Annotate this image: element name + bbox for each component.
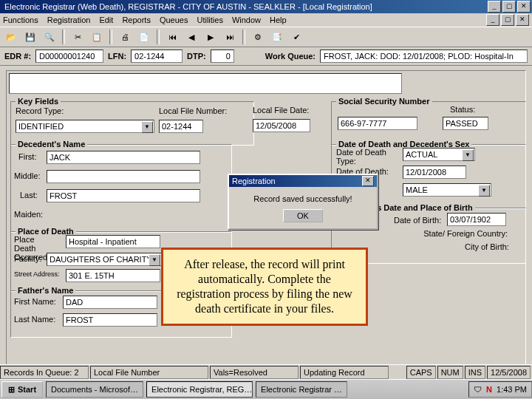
sex-select[interactable]: MALE	[403, 183, 491, 197]
lfn-field: 02-1244	[131, 50, 183, 63]
last-label: Last:	[20, 191, 38, 200]
father-first-input[interactable]: DAD	[63, 296, 157, 309]
start-label: Start	[18, 385, 36, 394]
dialog-close-button[interactable]: ✕	[362, 176, 374, 186]
legend-key: Key Fields	[16, 97, 61, 106]
edr-label: EDR #:	[4, 52, 31, 61]
lfn-label: LFN:	[108, 52, 126, 61]
father-last-input[interactable]: FROST	[63, 313, 157, 327]
status-ins: INS	[465, 366, 485, 379]
dod-input[interactable]: 12/01/2008	[403, 166, 466, 179]
first-icon[interactable]: ⏮	[164, 29, 180, 45]
statusbar: Records In Queue: 2 Local File Number Va…	[0, 364, 532, 380]
wq-label: Work Queue:	[265, 52, 316, 61]
legend-ssn: Social Security Number	[336, 97, 432, 106]
status-records: Records In Queue: 2	[0, 366, 89, 379]
pod-addr-label: Street Address:	[14, 270, 60, 278]
dialog-ok-button[interactable]: OK	[283, 209, 323, 222]
annotation-callout: After release, the record will print aut…	[161, 248, 368, 326]
start-button[interactable]: ⊞ Start	[1, 381, 43, 398]
window-title: Electronic Registrar (Web Death), REGIST…	[1, 2, 488, 11]
menu-edit[interactable]: Edit	[99, 16, 113, 24]
save-icon[interactable]: 💾	[22, 29, 38, 45]
menu-window[interactable]: Window	[232, 16, 261, 24]
menu-reports[interactable]: Reports	[122, 16, 151, 24]
check-icon[interactable]: ✔	[288, 29, 304, 45]
middle-input[interactable]	[47, 170, 200, 183]
rectype-label: Record Type:	[16, 106, 64, 115]
maximize-button[interactable]: ▢	[502, 1, 516, 13]
task-item[interactable]: Electronic Registrar …	[256, 381, 347, 398]
open-icon[interactable]: 📂	[3, 29, 19, 45]
fs-decedent-name: Decedent's Name First: JACK Middle: Last…	[10, 144, 232, 233]
localdate-input[interactable]: 12/05/2008	[253, 119, 310, 132]
menu-functions[interactable]: Functions	[3, 16, 38, 24]
menu-registration[interactable]: Registration	[47, 16, 91, 24]
state-label: State/ Foreign Country:	[419, 229, 508, 238]
fs-ssn: Social Security Number 666-97-7777 Statu…	[331, 101, 526, 146]
legend-father: Father's Name	[16, 286, 75, 295]
status-vals: Vals=Resolved	[210, 366, 299, 379]
find-icon[interactable]: 🔍	[41, 29, 58, 45]
status-lfn: Local File Number	[90, 366, 208, 379]
wq-field: FROST, JACK: DOD: 12/01/2008; PLOD: Hosp…	[320, 50, 528, 63]
tray-icon[interactable]: 🛡	[474, 385, 482, 394]
ssn-input[interactable]: 666-97-7777	[338, 117, 417, 130]
dtp-field: 0	[211, 50, 234, 63]
pod-addr-input[interactable]: 301 E. 15TH	[66, 269, 160, 282]
report-icon[interactable]: 📑	[269, 29, 285, 45]
first-input[interactable]: JACK	[47, 151, 200, 164]
dob-input[interactable]: 03/07/1902	[447, 213, 506, 226]
legend-name: Decedent's Name	[16, 140, 87, 149]
fs-key-fields: Key Fields Record Type: IDENTIFIED Local…	[10, 101, 254, 146]
task-item[interactable]: Electronic Registrar, REG…	[146, 381, 253, 398]
mdi-close-button[interactable]: ✕	[516, 14, 529, 26]
preview-icon[interactable]: 📄	[136, 29, 152, 45]
last-icon[interactable]: ⏭	[222, 29, 238, 45]
citybirth-label: City of Birth:	[465, 242, 509, 251]
father-last-label: Last Name:	[14, 315, 55, 324]
minimize-button[interactable]: _	[488, 1, 501, 13]
system-tray[interactable]: 🛡 N 1:43 PM	[468, 381, 532, 398]
tray-time: 1:43 PM	[497, 385, 527, 394]
dialog-message: Record saved successfully!	[235, 194, 371, 203]
maiden-label: Maiden:	[14, 210, 43, 219]
mdi-maximize-button[interactable]: ▢	[501, 14, 514, 26]
tool-icon[interactable]: ⚙	[250, 29, 266, 45]
pod-fac-label: Facility:	[14, 254, 41, 263]
middle-label: Middle:	[14, 171, 40, 180]
localfile-label: Local File Number:	[159, 106, 227, 115]
prev-icon[interactable]: ◀	[183, 29, 200, 45]
dodtype-label: Date of Death Type:	[336, 148, 388, 166]
menu-queues[interactable]: Queues	[160, 16, 188, 24]
localdate-label: Local File Date:	[253, 106, 309, 115]
dob-label: Date of Birth:	[394, 216, 441, 225]
copy-icon[interactable]: 📋	[89, 29, 105, 45]
pod-fac-input[interactable]: DAUGHTERS OF CHARITY	[47, 253, 162, 266]
task-item[interactable]: Documents - Microsof…	[46, 381, 143, 398]
status-num: NUM	[437, 366, 463, 379]
taskbar: ⊞ Start Documents - Microsof… Electronic…	[0, 379, 532, 399]
dialog-title: Registration ✕	[229, 175, 377, 187]
main-area: Key Fields Record Type: IDENTIFIED Local…	[0, 66, 532, 370]
id-bar: EDR #: D00000001240 LFN: 02-1244 DTP: 0 …	[0, 47, 532, 66]
print-icon[interactable]: 🖨	[117, 29, 133, 45]
ssn-status-label: Status:	[450, 105, 475, 114]
localfile-input[interactable]: 02-1244	[159, 120, 203, 133]
ssn-status: PASSED	[443, 117, 488, 130]
menu-utilities[interactable]: Utilities	[197, 16, 222, 24]
father-first-label: First Name:	[14, 297, 56, 306]
dodtype-select[interactable]: ACTUAL	[403, 148, 475, 161]
rectype-select[interactable]: IDENTIFIED	[16, 120, 154, 133]
windows-icon: ⊞	[8, 385, 15, 395]
dtp-label: DTP:	[187, 52, 206, 61]
menu-help[interactable]: Help	[270, 16, 287, 24]
mdi-minimize-button[interactable]: _	[486, 14, 499, 26]
pod-occ-input[interactable]: Hospital - Inpatient	[66, 235, 160, 248]
tray-icon[interactable]: N	[486, 385, 492, 394]
last-input[interactable]: FROST	[47, 189, 200, 202]
status-date: 12/5/2008	[487, 366, 531, 379]
close-button[interactable]: ✕	[517, 1, 531, 13]
next-icon[interactable]: ▶	[202, 29, 219, 45]
cut-icon[interactable]: ✂	[69, 29, 86, 45]
